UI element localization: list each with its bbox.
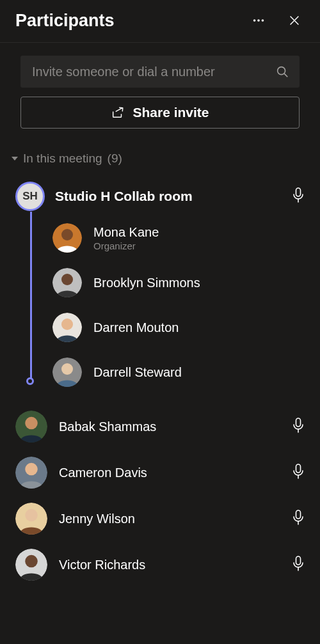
share-invite-button[interactable]: Share invite	[20, 97, 300, 129]
svg-point-10	[61, 229, 73, 240]
svg-rect-7	[296, 188, 301, 196]
avatar	[52, 268, 82, 297]
room-members: Mona KaneOrganizerBrooklyn SimmonsDarren…	[15, 216, 305, 397]
microphone-icon[interactable]	[292, 555, 305, 574]
room-initials: SH	[22, 190, 38, 203]
svg-point-30	[25, 555, 38, 568]
svg-point-12	[61, 274, 73, 285]
more-options-button[interactable]	[248, 10, 269, 31]
participant-name-block: Jenny Wilson	[59, 512, 292, 526]
svg-point-14	[61, 318, 73, 330]
participant-row[interactable]: Jenny Wilson	[15, 496, 305, 542]
avatar	[15, 549, 47, 581]
participant-name: Cameron Davis	[59, 466, 292, 480]
participant-name: Mona Kane	[93, 225, 305, 240]
participant-name-block: Darren Mouton	[93, 320, 305, 335]
avatar	[15, 457, 47, 489]
participant-role: Organizer	[93, 240, 305, 251]
microphone-icon[interactable]	[292, 463, 305, 482]
svg-point-22	[25, 463, 38, 476]
participant-name: Babak Shammas	[59, 420, 292, 434]
participant-row[interactable]: Babak Shammas	[15, 404, 305, 450]
invite-search-box[interactable]	[20, 56, 300, 88]
room-member-row[interactable]: Mona KaneOrganizer	[15, 216, 305, 260]
room-member-row[interactable]: Brooklyn Simmons	[15, 260, 305, 305]
microphone-icon[interactable]	[292, 187, 305, 206]
panel-header: Participants	[0, 0, 320, 43]
participant-row[interactable]: Victor Richards	[15, 542, 305, 588]
participant-name: Victor Richards	[59, 558, 292, 572]
participant-name: Brooklyn Simmons	[93, 276, 305, 290]
share-invite-label: Share invite	[132, 105, 209, 120]
svg-point-1	[257, 19, 260, 22]
avatar	[52, 357, 82, 387]
participant-name-block: Brooklyn Simmons	[93, 276, 305, 290]
svg-line-6	[284, 74, 287, 77]
svg-point-2	[262, 19, 264, 22]
share-icon	[111, 106, 125, 120]
participant-row[interactable]: Cameron Davis	[15, 450, 305, 496]
close-button[interactable]	[284, 10, 305, 31]
participant-name: Darrell Steward	[93, 365, 305, 380]
avatar	[52, 313, 82, 342]
participant-name-block: Babak Shammas	[59, 420, 292, 434]
participant-name: Darren Mouton	[93, 320, 305, 335]
panel-title: Participants	[15, 11, 248, 31]
participant-name-block: Cameron Davis	[59, 466, 292, 480]
svg-point-0	[253, 19, 256, 22]
svg-rect-23	[296, 464, 301, 473]
invite-search-input[interactable]	[31, 64, 269, 80]
section-in-this-meeting[interactable]: In this meeting (9)	[0, 140, 320, 177]
participant-name: Jenny Wilson	[59, 512, 292, 526]
section-count: (9)	[108, 152, 122, 166]
svg-point-26	[25, 509, 38, 522]
search-icon	[275, 65, 289, 79]
individual-participants: Babak ShammasCameron DavisJenny WilsonVi…	[0, 404, 320, 588]
header-actions	[248, 10, 305, 31]
invite-area: Share invite	[0, 43, 320, 140]
svg-point-18	[25, 417, 38, 430]
svg-point-5	[278, 67, 285, 75]
avatar	[15, 503, 47, 535]
participant-name-block: Mona KaneOrganizer	[93, 225, 305, 251]
participant-list: SH Studio H Collab room Mona KaneOrganiz…	[0, 177, 320, 397]
avatar	[15, 411, 47, 443]
room-row[interactable]: SH Studio H Collab room	[15, 177, 305, 216]
caret-down-icon	[12, 157, 18, 161]
room-name: Studio H Collab room	[55, 189, 292, 204]
svg-rect-31	[296, 556, 301, 565]
microphone-icon[interactable]	[292, 417, 305, 436]
avatar	[52, 223, 82, 253]
participant-name-block: Darrell Steward	[93, 365, 305, 380]
microphone-icon[interactable]	[292, 509, 305, 528]
participant-name-block: Victor Richards	[59, 558, 292, 572]
participants-panel: Participants Share invite In this meetin	[0, 0, 320, 644]
room-avatar: SH	[15, 182, 45, 211]
room-member-row[interactable]: Darrell Steward	[15, 350, 305, 395]
svg-rect-19	[296, 418, 301, 427]
close-icon	[287, 13, 301, 27]
room-member-row[interactable]: Darren Mouton	[15, 305, 305, 350]
ellipsis-icon	[252, 13, 266, 27]
svg-rect-27	[296, 510, 301, 519]
svg-point-16	[61, 363, 73, 375]
section-label: In this meeting	[23, 152, 102, 166]
